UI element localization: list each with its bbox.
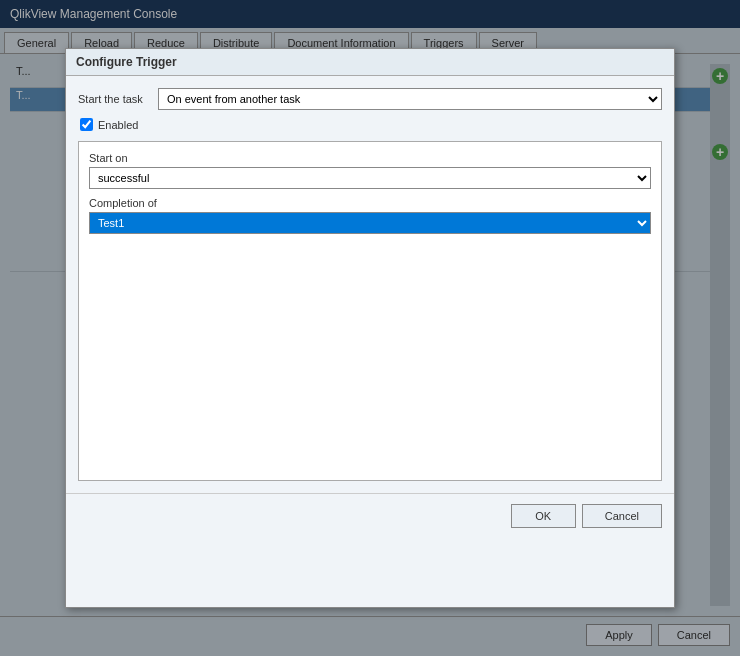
- start-task-row: Start the task On event from another tas…: [78, 88, 662, 110]
- enabled-row: Enabled: [78, 118, 662, 131]
- modal-overlay: Configure Trigger Start the task On even…: [0, 0, 740, 656]
- enabled-label[interactable]: Enabled: [98, 119, 138, 131]
- dialog-cancel-button[interactable]: Cancel: [582, 504, 662, 528]
- dialog-bottom-buttons: OK Cancel: [66, 493, 674, 538]
- completion-of-select[interactable]: Test1 Test2 Test3: [89, 212, 651, 234]
- dialog-body: Start the task On event from another tas…: [66, 76, 674, 493]
- start-task-select[interactable]: On event from another task On a schedule…: [158, 88, 662, 110]
- start-task-label: Start the task: [78, 93, 158, 105]
- completion-of-label: Completion of: [89, 197, 651, 209]
- inner-box: Start on successful failed always Comple…: [78, 141, 662, 481]
- dialog-ok-button[interactable]: OK: [511, 504, 576, 528]
- configure-trigger-dialog: Configure Trigger Start the task On even…: [65, 48, 675, 608]
- dialog-title: Configure Trigger: [66, 49, 674, 76]
- enabled-checkbox[interactable]: [80, 118, 93, 131]
- start-on-select[interactable]: successful failed always: [89, 167, 651, 189]
- start-on-label: Start on: [89, 152, 651, 164]
- app-window: QlikView Management Console General Relo…: [0, 0, 740, 656]
